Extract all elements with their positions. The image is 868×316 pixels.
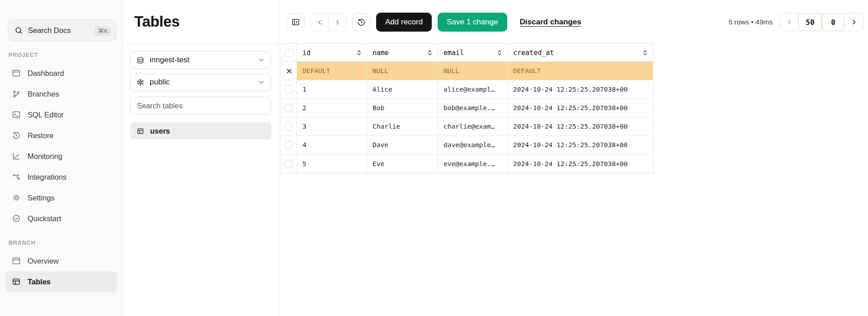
- sidebar-item-label: Integrations: [28, 173, 66, 181]
- grid-header-row: id name email: [281, 44, 653, 62]
- panel-body: inngest-test public users: [123, 44, 278, 147]
- chevron-right-icon: [850, 19, 858, 26]
- cell-created-at[interactable]: 2024-10-24 12:25:25.207038+00: [508, 80, 653, 98]
- sidebar-item-integrations[interactable]: Integrations: [5, 167, 117, 187]
- cell-name[interactable]: Charlie: [367, 117, 438, 135]
- row-checkbox[interactable]: [285, 160, 293, 168]
- cell-id[interactable]: 5: [297, 154, 367, 173]
- pagination-next-button[interactable]: [844, 14, 863, 31]
- table-row: 1 Alice alice@exampl… 2024-10-24 12:25:2…: [281, 80, 653, 99]
- cell-email[interactable]: dave@example…: [438, 136, 508, 154]
- sidebar-item-label: Quickstart: [28, 214, 61, 223]
- table-list-item-users[interactable]: users: [130, 122, 271, 139]
- data-grid: id name email: [281, 43, 653, 173]
- page-size-input[interactable]: 50: [798, 13, 822, 31]
- cell-name[interactable]: Bob: [367, 99, 438, 117]
- column-header-email: email: [438, 44, 508, 61]
- search-tables-input[interactable]: [130, 97, 271, 115]
- row-select-cell: [281, 136, 297, 154]
- panel-header: Tables: [123, 0, 278, 44]
- pending-cell-name[interactable]: NULL: [367, 62, 438, 80]
- sidebar-item-settings[interactable]: Settings: [5, 187, 117, 208]
- search-shortcut-badge: ⌘K: [94, 26, 111, 36]
- column-label: id: [302, 49, 311, 57]
- sidebar-item-label: Overview: [28, 257, 59, 265]
- section-label-project: PROJECT: [9, 52, 123, 58]
- row-select-cell: [281, 117, 297, 135]
- column-label: name: [373, 49, 389, 57]
- cancel-pending-row-button[interactable]: [281, 62, 297, 80]
- row-checkbox[interactable]: [285, 122, 293, 130]
- pending-cell-id[interactable]: DEFAULT: [297, 62, 367, 80]
- row-select-cell: [281, 154, 297, 173]
- cell-email[interactable]: charlie@exam…: [438, 117, 508, 135]
- chart-line-icon: [12, 152, 21, 161]
- select-all-checkbox[interactable]: [285, 49, 293, 57]
- prev-page-button[interactable]: [311, 14, 328, 31]
- panel-collapse-icon: [291, 18, 300, 27]
- sort-icon[interactable]: [427, 50, 433, 56]
- sort-icon[interactable]: [356, 50, 362, 56]
- sidebar-item-overview[interactable]: Overview: [5, 251, 117, 271]
- terminal-icon: [12, 110, 21, 119]
- save-changes-button[interactable]: Save 1 change: [438, 13, 507, 32]
- section-label-branch: BRANCH: [9, 240, 123, 246]
- sidebar-item-dashboard[interactable]: Dashboard: [5, 63, 117, 84]
- cell-id[interactable]: 2: [297, 99, 367, 117]
- cell-id[interactable]: 1: [297, 80, 367, 98]
- schema-selector[interactable]: public: [130, 73, 271, 91]
- row-select-cell: [281, 80, 297, 98]
- offset-input[interactable]: 0: [822, 13, 844, 31]
- database-selector[interactable]: inngest-test: [130, 51, 271, 69]
- row-checkbox[interactable]: [285, 141, 293, 149]
- search-docs-label: Search Docs: [28, 26, 71, 35]
- record-nav-group: [311, 13, 346, 31]
- sidebar-item-quickstart[interactable]: Quickstart: [5, 208, 117, 229]
- collapse-panel-button[interactable]: [287, 13, 305, 31]
- sidebar-item-label: Monitoring: [28, 152, 62, 161]
- cell-email[interactable]: alice@exampl…: [438, 80, 508, 98]
- row-checkbox[interactable]: [285, 104, 293, 112]
- sort-icon[interactable]: [496, 50, 503, 56]
- table-icon: [12, 277, 21, 286]
- cell-created-at[interactable]: 2024-10-24 12:25:25.207038+00: [508, 99, 653, 117]
- row-checkbox[interactable]: [285, 85, 293, 93]
- table-row: 4 Dave dave@example… 2024-10-24 12:25:25…: [281, 136, 653, 154]
- sidebar-item-restore[interactable]: Restore: [5, 125, 117, 146]
- pagination-prev-button[interactable]: [780, 14, 798, 31]
- column-header-id: id: [297, 44, 367, 61]
- search-docs-button[interactable]: Search Docs ⌘K: [8, 20, 116, 41]
- cell-email[interactable]: bob@example.…: [438, 99, 508, 117]
- sort-icon[interactable]: [642, 50, 648, 56]
- main-area: Add record Save 1 change Discard changes…: [279, 0, 868, 316]
- sidebar-item-branches[interactable]: Branches: [5, 84, 117, 104]
- sidebar-item-sql-editor[interactable]: SQL Editor: [5, 104, 117, 125]
- chevron-left-icon: [786, 19, 793, 26]
- next-page-button[interactable]: [328, 14, 346, 31]
- pending-cell-created-at[interactable]: DEFAULT: [508, 62, 653, 80]
- column-label: created_at: [513, 49, 554, 57]
- history-button[interactable]: [352, 13, 370, 31]
- tables-panel: Tables inngest-test public: [123, 0, 279, 316]
- cell-id[interactable]: 3: [297, 117, 367, 135]
- cell-name[interactable]: Alice: [367, 80, 438, 98]
- pending-insert-row: DEFAULT NULL NULL DEFAULT: [281, 62, 653, 80]
- cell-name[interactable]: Dave: [367, 136, 438, 154]
- cell-created-at[interactable]: 2024-10-24 12:25:25.207038+00: [508, 136, 653, 154]
- cell-name[interactable]: Eve: [367, 154, 438, 173]
- pending-cell-email[interactable]: NULL: [438, 62, 508, 80]
- history-clock-icon: [12, 131, 21, 140]
- cell-id[interactable]: 4: [297, 136, 367, 154]
- cell-created-at[interactable]: 2024-10-24 12:25:25.207038+00: [508, 154, 653, 173]
- add-record-button[interactable]: Add record: [376, 13, 432, 32]
- table-name-label: users: [150, 127, 170, 135]
- database-selector-value: inngest-test: [150, 56, 189, 65]
- sidebar-item-monitoring[interactable]: Monitoring: [5, 146, 117, 167]
- column-label: email: [443, 49, 464, 57]
- cell-email[interactable]: eve@example.…: [438, 154, 508, 173]
- schema-selector-value: public: [150, 78, 170, 87]
- cell-created-at[interactable]: 2024-10-24 12:25:25.207038+00: [508, 117, 653, 135]
- workflow-icon: [12, 172, 21, 181]
- discard-changes-link[interactable]: Discard changes: [520, 18, 581, 27]
- sidebar-item-tables[interactable]: Tables: [5, 271, 117, 292]
